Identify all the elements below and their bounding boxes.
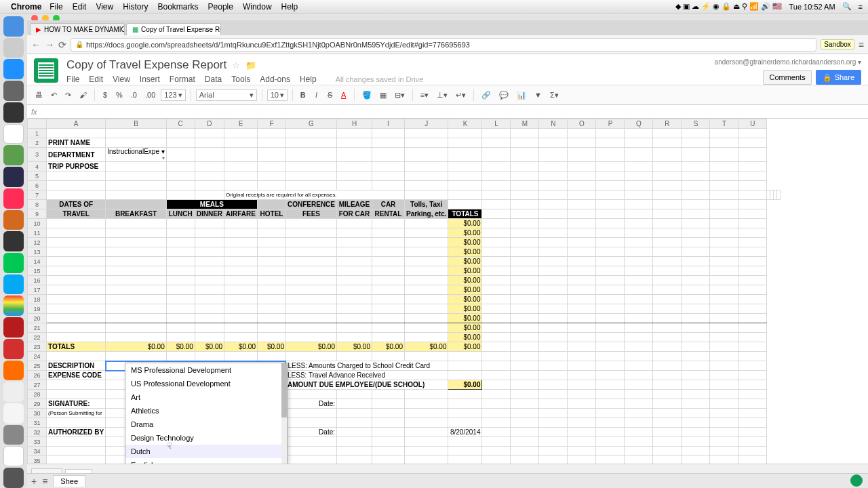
col-header[interactable]: J [405,119,448,129]
dock-books[interactable] [3,210,24,230]
cell[interactable] [448,418,482,428]
cell[interactable] [448,456,482,464]
cell[interactable] [448,190,482,200]
cell[interactable] [372,447,405,456]
cell[interactable] [106,304,167,314]
notification-icon[interactable]: ≡ [859,3,863,11]
cell[interactable] [106,314,167,323]
cell[interactable]: DEPARTMENT [47,148,106,162]
dock-launchpad[interactable] [3,382,24,402]
cell[interactable]: LESS: Amounts Charged to School Credit C… [285,361,448,371]
cell[interactable] [568,190,596,200]
cell[interactable] [337,295,372,304]
cell[interactable] [738,181,767,190]
cell[interactable] [224,129,258,138]
strike-icon[interactable]: S [325,89,336,100]
cell[interactable] [224,171,258,181]
cell[interactable] [625,181,653,190]
cell[interactable] [625,162,653,171]
cell[interactable]: HOTEL [257,209,285,219]
cell[interactable] [224,238,258,247]
cell[interactable] [511,190,539,200]
row-header[interactable]: 29 [28,399,47,409]
cell[interactable] [224,333,258,342]
dock-app[interactable] [3,274,24,295]
cell[interactable]: Date: [285,428,336,437]
cell[interactable] [106,171,167,181]
cell[interactable] [47,266,106,276]
cell[interactable] [337,323,372,333]
cell[interactable] [372,352,405,361]
cell[interactable] [224,257,258,266]
sheets-logo-icon[interactable] [34,58,58,83]
cell[interactable] [625,437,653,447]
cell[interactable] [47,257,106,266]
row-header[interactable]: 13 [28,247,47,257]
cell[interactable] [710,181,738,190]
cell[interactable] [568,447,596,456]
cell[interactable] [195,190,224,200]
cell[interactable] [257,276,285,285]
col-header[interactable]: O [568,119,596,129]
cell[interactable] [195,304,224,314]
cell[interactable] [285,295,336,304]
cell[interactable]: AMOUNT DUE EMPLOYEE/(DUE SCHOOL) [285,380,448,390]
cell[interactable] [166,138,195,148]
cell[interactable] [372,162,405,171]
cell[interactable] [405,352,448,361]
row-header[interactable]: 2 [28,138,47,148]
cell[interactable]: $0.00 [448,219,482,228]
decimal-dec-icon[interactable]: .0 [128,89,140,100]
cell[interactable] [625,456,653,464]
cell[interactable]: DINNER [195,209,224,219]
cell[interactable] [405,447,448,456]
cell[interactable] [166,171,195,181]
cell[interactable]: Parking, etc. [405,209,448,219]
browser-tab[interactable]: ▦Copy of Travel Expense Re× [126,23,221,35]
cell[interactable] [224,148,258,162]
cell[interactable]: InstructionalExpe ▾ [106,148,167,162]
cell[interactable] [539,437,568,447]
cell[interactable]: RENTAL [372,209,405,219]
dropdown-option[interactable]: English [125,458,287,464]
cell[interactable] [405,456,448,464]
cell[interactable]: BREAKFAST [106,209,167,219]
cell[interactable] [224,276,258,285]
cell[interactable] [257,295,285,304]
cell[interactable]: $0.00 [448,276,482,285]
format-select[interactable]: 123▾ [161,89,185,101]
cell[interactable] [285,276,336,285]
row-header[interactable]: 22 [28,333,47,342]
cell[interactable] [285,247,336,257]
wrap-icon[interactable]: ↵▾ [453,89,469,101]
cell[interactable] [405,323,448,333]
add-sheet-icon[interactable]: + [31,476,37,487]
reload-button[interactable]: ⟳ [58,39,66,50]
cell[interactable] [511,162,539,171]
cell[interactable] [405,276,448,285]
cell[interactable] [682,437,710,447]
cell[interactable] [195,276,224,285]
cell[interactable]: MEALS [166,200,257,209]
cell[interactable]: $0.00 [448,266,482,276]
cell[interactable]: TOTALS [448,209,482,219]
cell[interactable] [166,190,195,200]
cell[interactable] [195,247,224,257]
spotlight-icon[interactable]: 🔍 [842,2,852,11]
dock-firefox[interactable] [3,361,24,381]
cell[interactable] [166,285,195,295]
cell[interactable] [405,138,448,148]
row-header[interactable]: 4 [28,162,47,171]
row-header[interactable]: 16 [28,276,47,285]
cell[interactable] [372,129,405,138]
cell[interactable] [106,238,167,247]
cell[interactable] [337,257,372,266]
cell[interactable] [166,181,195,190]
cell[interactable] [106,162,167,171]
cell[interactable] [47,276,106,285]
col-header[interactable]: L [482,119,511,129]
cell[interactable] [448,129,482,138]
currency-icon[interactable]: $ [100,89,111,100]
cell[interactable] [47,295,106,304]
cell[interactable]: TOTALS [47,342,106,352]
